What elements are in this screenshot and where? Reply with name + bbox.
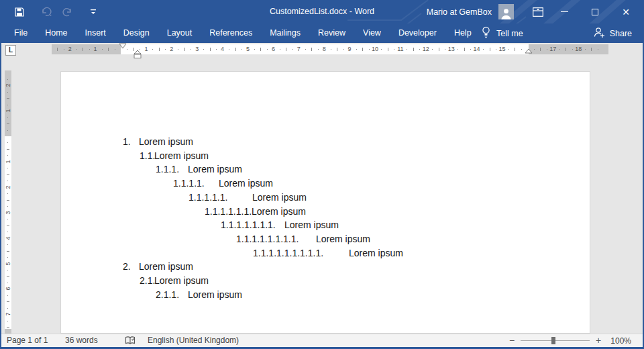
zoom-in-button[interactable]: + — [596, 334, 601, 347]
vruler-tick — [7, 321, 8, 321]
list-item-text: Lorem ipsum — [349, 248, 403, 258]
hruler-tick — [407, 49, 407, 50]
tab-home[interactable]: Home — [36, 23, 76, 43]
vruler-tick — [7, 226, 9, 226]
hruler-tick — [483, 49, 484, 50]
tab-layout[interactable]: Layout — [158, 23, 201, 43]
list-item[interactable]: 1.1.1.1.1.Lorem ipsum — [61, 192, 590, 203]
list-item-number: 1.1.1.1.1.1.1.1.1. — [253, 248, 323, 258]
hruler-tick: 12 — [423, 44, 429, 54]
list-item[interactable]: 2.1.Lorem ipsum — [61, 275, 590, 287]
hruler-tick — [458, 49, 458, 50]
close-button[interactable]: ✕ — [610, 0, 641, 23]
list-item[interactable]: 1.1.1.1.1.1.1.1.Lorem ipsum — [61, 234, 590, 245]
hruler-tick — [203, 49, 204, 50]
maximize-button[interactable] — [580, 0, 610, 23]
vruler-tick — [7, 251, 9, 252]
list-item-text: Lorem ipsum — [188, 289, 242, 300]
hruler-tick — [286, 48, 286, 51]
vruler-tick — [7, 327, 9, 328]
vruler-tick: 7 — [5, 311, 11, 317]
vruler-tick — [7, 283, 8, 283]
zoom-slider-thumb[interactable] — [551, 337, 555, 344]
hruler-tick — [115, 49, 115, 50]
zoom-slider[interactable] — [521, 340, 590, 341]
list-item[interactable]: 1.1.1.1.1.1.1.1.1.Lorem ipsum — [61, 248, 590, 259]
tab-developer[interactable]: Developer — [390, 23, 445, 43]
tab-stop-selector[interactable]: L — [5, 45, 16, 56]
hruler-tick — [439, 48, 439, 51]
word-count[interactable]: 36 words — [65, 334, 98, 347]
vertical-ruler[interactable]: 211234567 — [5, 70, 11, 334]
vruler-tick: 1 — [5, 107, 11, 114]
document-page[interactable]: 1.Lorem ipsum1.1.Lorem ipsum1.1.1.Lorem … — [60, 71, 590, 334]
list-item-text: Lorem ipsum — [154, 275, 209, 286]
hanging-indent-marker[interactable] — [133, 50, 142, 59]
list-item[interactable]: 2.Lorem ipsum — [61, 261, 590, 272]
hruler-tick: 2 — [68, 44, 72, 54]
list-item[interactable]: 1.1.1.1.Lorem ipsum — [61, 178, 590, 189]
hruler-tick: 18 — [575, 44, 582, 54]
list-item[interactable]: 2.1.1.Lorem ipsum — [61, 289, 590, 301]
hruler-tick — [388, 48, 388, 51]
list-item-number: 1. — [123, 136, 131, 147]
tab-design[interactable]: Design — [115, 23, 158, 43]
vruler-tick — [7, 295, 8, 296]
hruler-tick — [572, 49, 573, 50]
zoom-out-button[interactable]: − — [509, 334, 515, 347]
hruler-tick — [394, 49, 394, 50]
vruler-tick: 6 — [5, 285, 11, 292]
list-item-text: Lorem ipsum — [139, 261, 193, 272]
ribbon-tab-row: FileHomeInsertDesignLayoutReferencesMail… — [1, 23, 643, 43]
right-indent-marker[interactable] — [525, 48, 533, 54]
list-item-number: 1.1. — [140, 150, 155, 161]
avatar[interactable] — [498, 4, 514, 19]
tab-review[interactable]: Review — [309, 23, 354, 43]
zoom-level[interactable]: 100% — [610, 336, 631, 346]
hruler-tick — [598, 49, 598, 50]
list-item-text: Lorem ipsum — [316, 234, 370, 244]
ribbon-display-options-icon[interactable] — [531, 5, 545, 19]
list-item[interactable]: 1.1.1.1.1.1.1.Lorem ipsum — [61, 219, 590, 231]
hruler-tick — [381, 49, 382, 50]
tab-insert[interactable]: Insert — [76, 23, 115, 43]
language-indicator[interactable]: English (United Kingdom) — [148, 334, 239, 347]
tab-references[interactable]: References — [201, 23, 261, 43]
hruler-tick: 14 — [474, 44, 480, 54]
hruler-tick — [191, 49, 191, 50]
list-item-number: 1.1.1.1. — [173, 178, 205, 189]
hruler-tick — [184, 48, 185, 51]
hruler-tick — [362, 48, 363, 51]
hruler-tick — [241, 49, 242, 50]
hruler-tick — [432, 49, 433, 50]
tab-help[interactable]: Help — [445, 23, 480, 43]
vruler-tick — [7, 105, 8, 105]
list-item-text: Lorem ipsum — [154, 150, 209, 161]
list-item[interactable]: 1.Lorem ipsum — [61, 136, 590, 148]
list-item[interactable]: 1.1.1.1.1.1.Lorem ipsum — [61, 206, 590, 217]
hruler-tick — [216, 49, 217, 50]
minimize-button[interactable] — [549, 0, 580, 23]
list-item[interactable]: 1.1.1.Lorem ipsum — [61, 164, 590, 175]
vruler-tick — [7, 123, 9, 124]
hruler-tick — [229, 49, 229, 50]
page-indicator[interactable]: Page 1 of 1 — [7, 334, 48, 347]
hruler-tick — [152, 49, 153, 50]
list-item-text: Lorem ipsum — [188, 164, 242, 174]
list-item[interactable]: 1.1.Lorem ipsum — [61, 150, 590, 162]
tab-file[interactable]: File — [5, 23, 36, 43]
hruler-tick — [83, 48, 83, 51]
hruler-tick — [260, 48, 261, 51]
first-line-indent-marker[interactable] — [119, 43, 127, 49]
hruler-tick — [64, 49, 64, 50]
horizontal-ruler[interactable]: 211234567891011121314151718 — [52, 44, 608, 54]
vruler-tick — [7, 308, 8, 309]
account-area[interactable]: Mario at GemBox — [427, 0, 514, 23]
hruler-tick — [490, 48, 490, 51]
hruler-tick — [419, 49, 420, 50]
tell-me[interactable]: Tell me — [482, 23, 523, 43]
tab-view[interactable]: View — [354, 23, 390, 43]
tab-mailings[interactable]: Mailings — [261, 23, 309, 43]
vruler-tick — [7, 200, 9, 201]
share-button[interactable]: Share — [594, 23, 632, 43]
